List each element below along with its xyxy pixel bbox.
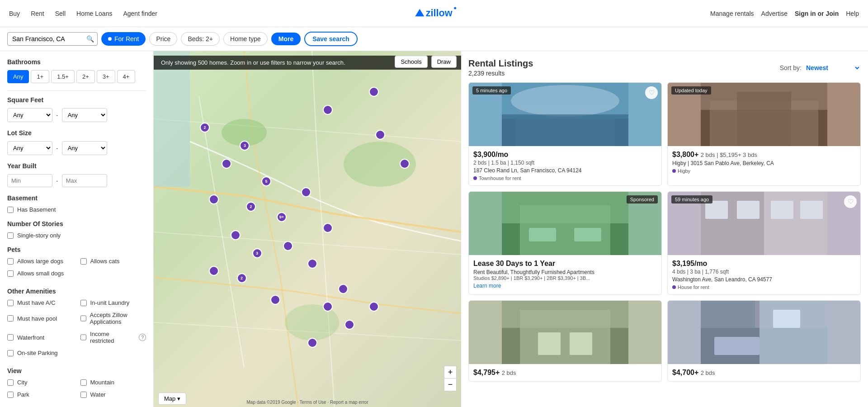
map-pin[interactable] [283,241,293,251]
sq-feet-max-select[interactable]: Any [62,108,107,122]
waterfront-row[interactable]: Waterfront [7,331,73,344]
bath-1plus[interactable]: 1+ [31,70,49,83]
listing-card[interactable]: $4,700+ 2 bds [667,300,861,382]
map-pin[interactable] [209,194,219,204]
listing-card[interactable]: 59 minutes ago ♡ $3,195/mo 4 bds | 3 ba … [667,191,861,295]
on-site-parking-checkbox[interactable] [7,350,14,356]
bath-1-5plus[interactable]: 1.5+ [51,70,75,83]
map-pin[interactable] [323,302,333,312]
nav-rent[interactable]: Rent [31,10,44,17]
map-pin[interactable] [231,230,241,240]
map-pin[interactable] [222,159,231,169]
map-pin[interactable]: 3 [252,248,262,258]
map-pin[interactable] [369,302,379,312]
must-have-pool-checkbox[interactable] [7,315,14,322]
map-pin[interactable] [307,338,317,348]
bath-3plus[interactable]: 3+ [97,70,115,83]
bath-any[interactable]: Any [7,70,29,83]
allows-large-dogs-checkbox[interactable] [7,258,14,265]
sort-select[interactable]: Newest Oldest Price (low-high) Price (hi… [804,64,861,72]
zoom-in-button[interactable]: + [444,366,457,379]
advertise-link[interactable]: Advertise [761,10,788,17]
must-have-ac-checkbox[interactable] [7,300,14,306]
listing-card[interactable]: $4,795+ 2 bds [468,300,662,382]
map-pin[interactable] [323,223,333,233]
map-type-button[interactable]: Map ▾ [158,393,186,405]
favorite-button[interactable]: ♡ [844,195,857,208]
help-link[interactable]: Help [846,10,859,17]
listing-card[interactable]: Sponsored Lease 30 Days to 1 Year Rent B… [468,191,662,295]
park-view-checkbox[interactable] [7,392,14,398]
map-pin[interactable] [209,266,219,276]
beds-button[interactable]: Beds: 2+ [181,32,220,46]
income-restricted-help-icon[interactable]: ? [139,334,146,341]
search-icon[interactable]: 🔍 [86,35,94,43]
bath-2plus[interactable]: 2+ [76,70,95,83]
manage-rentals-link[interactable]: Manage rentals [710,10,754,17]
listing-card[interactable]: 5 minutes ago ♡ $3,900/mo 2 bds | 1.5 ba… [468,82,662,186]
must-have-ac-row[interactable]: Must have A/C [7,299,73,306]
map-pin[interactable] [323,105,333,115]
has-basement-checkbox[interactable] [7,207,14,213]
sign-in-link[interactable]: Sign in or Join [795,10,839,17]
favorite-button[interactable]: ♡ [645,86,658,99]
must-have-pool-row[interactable]: Must have pool [7,312,73,325]
map-pin[interactable]: 2 [237,273,247,283]
lot-size-min-select[interactable]: Any [7,141,52,155]
on-site-parking-row[interactable]: On-site Parking [7,350,73,356]
home-type-button[interactable]: Home type [223,32,268,46]
single-story-checkbox-row[interactable]: Single-story only [7,232,146,239]
allows-cats-row[interactable]: Allows cats [80,258,146,265]
map-pin[interactable]: 2 [200,123,210,133]
has-basement-checkbox-row[interactable]: Has Basement [7,206,146,213]
location-search-wrap[interactable]: 🔍 [7,32,98,46]
in-unit-laundry-checkbox[interactable] [80,300,87,306]
price-button[interactable]: Price [149,32,177,46]
map-pin[interactable] [338,284,348,294]
accepts-zillow-apps-checkbox[interactable] [80,315,86,322]
income-restricted-checkbox[interactable] [80,334,87,341]
sq-feet-min-select[interactable]: Any [7,108,52,122]
for-rent-button[interactable]: For Rent [101,32,146,46]
more-button[interactable]: More [271,33,301,45]
park-view-row[interactable]: Park [7,391,73,398]
in-unit-laundry-row[interactable]: In-unit Laundry [80,299,146,306]
map-pin[interactable] [270,295,280,305]
allows-large-dogs-row[interactable]: Allows large dogs [7,258,73,265]
zillow-logo[interactable]: zillow [411,5,457,22]
year-built-min-input[interactable] [7,174,52,187]
learn-more-link[interactable]: Learn more [473,283,657,289]
mountain-view-checkbox[interactable] [80,379,87,386]
city-view-checkbox[interactable] [7,379,14,386]
map-pin[interactable] [307,259,317,269]
nav-buy[interactable]: Buy [9,10,20,17]
lot-size-max-select[interactable]: Any [62,141,107,155]
city-view-row[interactable]: City [7,379,73,386]
bath-4plus[interactable]: 4+ [117,70,136,83]
single-story-checkbox[interactable] [7,232,14,239]
waterfront-checkbox[interactable] [7,334,14,341]
map-pin[interactable] [400,159,410,169]
allows-small-dogs-row[interactable]: Allows small dogs [7,270,73,277]
save-search-button[interactable]: Save search [304,32,358,46]
map-pin[interactable] [375,130,385,140]
mountain-view-row[interactable]: Mountain [80,379,146,386]
allows-cats-checkbox[interactable] [80,258,87,265]
listing-card[interactable]: Updated today $3,800+ 2 bds | $5,195+ 3 … [667,82,861,186]
map-pin[interactable]: 3 [240,141,250,151]
allows-small-dogs-checkbox[interactable] [7,270,14,277]
income-restricted-row[interactable]: Income restricted ? [80,331,146,344]
location-search-input[interactable] [12,35,85,43]
draw-button[interactable]: Draw [431,56,457,68]
map-pin[interactable]: 5 [261,176,271,186]
map-pin[interactable]: 9+ [277,212,287,222]
map-pin[interactable] [369,87,379,97]
nav-agent-finder[interactable]: Agent finder [123,10,157,17]
map-pin[interactable]: 2 [246,202,256,212]
year-built-max-input[interactable] [62,174,107,187]
water-view-checkbox[interactable] [80,392,87,398]
map-pin[interactable] [344,320,354,330]
nav-sell[interactable]: Sell [55,10,66,17]
accepts-zillow-apps-row[interactable]: Accepts Zillow Applications [80,312,146,325]
map-pin[interactable] [301,187,311,197]
